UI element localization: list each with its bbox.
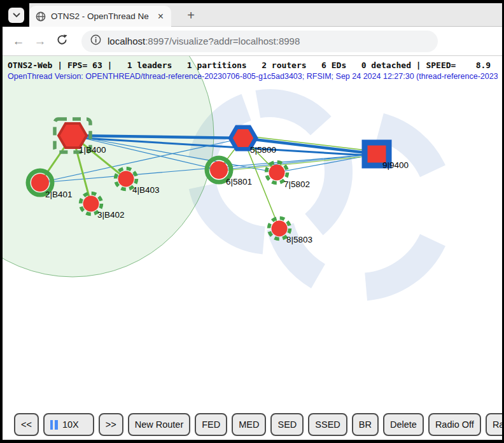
med-button[interactable]: MED [232,413,266,436]
node-label: 4|B403 [132,185,160,195]
node-label: 8|5803 [286,235,312,244]
radio-on-button[interactable]: Radio On [486,413,502,436]
end-device-circle [210,161,228,179]
end-device-circle [269,165,285,181]
pause-icon [50,420,58,430]
tab-close-icon[interactable]: × [155,11,166,22]
omnibox[interactable]: localhost:8997/visualize?addr=localhost:… [81,31,438,52]
network-canvas[interactable]: 1|B4002|B4013|B4024|B4035|58006|58017|58… [3,56,502,439]
speed-up-button-label: >> [106,419,116,430]
url-bar: ← → localhost:8997/visualize?addr=localh… [3,27,502,56]
br-button-label: BR [359,419,372,430]
node-label: 1|B400 [79,145,106,155]
end-device-circle [83,196,99,212]
node-label: 2|B401 [45,190,73,199]
node-label: 3|B402 [97,210,125,220]
end-device-circle [118,171,134,187]
url-host: localhost [108,36,145,46]
br-button[interactable]: BR [352,413,379,436]
node-7-5802[interactable]: 7|5802 [267,162,311,190]
browser-window: OTNS2 - OpenThread Ne × + ← → [0,0,504,443]
url-text[interactable]: localhost:8997/visualize?addr=localhost:… [108,36,300,46]
back-icon[interactable]: ← [8,34,29,48]
reload-icon[interactable] [51,34,73,49]
fed-button[interactable]: FED [195,413,227,436]
watermark-arc [280,227,318,276]
ssed-button[interactable]: SSED [308,413,347,436]
radio-off-button[interactable]: Radio Off [428,413,481,436]
node-label: 7|5802 [284,179,310,189]
pause-speed-button[interactable]: 10X [43,413,94,436]
browser-tab[interactable]: OTNS2 - OpenThread Ne × [29,6,171,27]
watermark-arc [366,240,433,286]
new-router-button-label: New Router [135,419,184,430]
radio-on-button-label: Radio On [493,419,502,430]
speed-down-button[interactable]: << [14,413,39,436]
end-device-circle [272,221,288,237]
tab-search-button[interactable] [8,8,24,23]
node-label: 6|5801 [226,177,252,186]
router-hexagon [59,123,87,148]
end-device-circle [31,174,49,192]
tab-strip: OTNS2 - OpenThread Ne × + [3,3,502,27]
speed-down-button-label: << [21,419,32,430]
link-6-9 [219,154,377,170]
ssed-button-label: SSED [315,419,340,430]
delete-button-label: Delete [390,419,417,430]
watermark-arc [202,186,263,240]
node-label: 5|5800 [250,145,276,155]
speed-up-button[interactable]: >> [99,413,123,436]
forward-icon[interactable]: → [29,34,51,48]
pause-speed-button-label: 10X [62,419,79,430]
node-label: 9|9400 [382,160,409,170]
new-router-button[interactable]: New Router [128,413,191,436]
radio-off-button-label: Radio Off [435,419,474,430]
chevron-down-icon [13,13,20,18]
new-tab-button[interactable]: + [183,7,199,24]
watermark-arc [258,103,321,126]
sed-button[interactable]: SED [270,413,304,436]
delete-button[interactable]: Delete [383,413,424,436]
globe-icon [36,11,46,22]
med-button-label: MED [239,419,259,430]
watermark-arc [314,158,339,225]
tab-title: OTNS2 - OpenThread Ne [51,11,155,21]
site-info-icon[interactable] [90,34,101,48]
visualizer-canvas[interactable]: 1|B4002|B4013|B4024|B4035|58006|58017|58… [3,56,502,440]
action-toolbar: <<10X>>New RouterFEDMEDSEDSSEDBRDeleteRa… [14,413,502,437]
node-6-5801[interactable]: 6|5801 [207,158,252,186]
radio-range-circle [3,56,214,277]
url-path: :8997/visualize?addr=localhost:8998 [145,36,300,46]
fed-button-label: FED [202,419,220,430]
sed-button-label: SED [277,419,297,430]
